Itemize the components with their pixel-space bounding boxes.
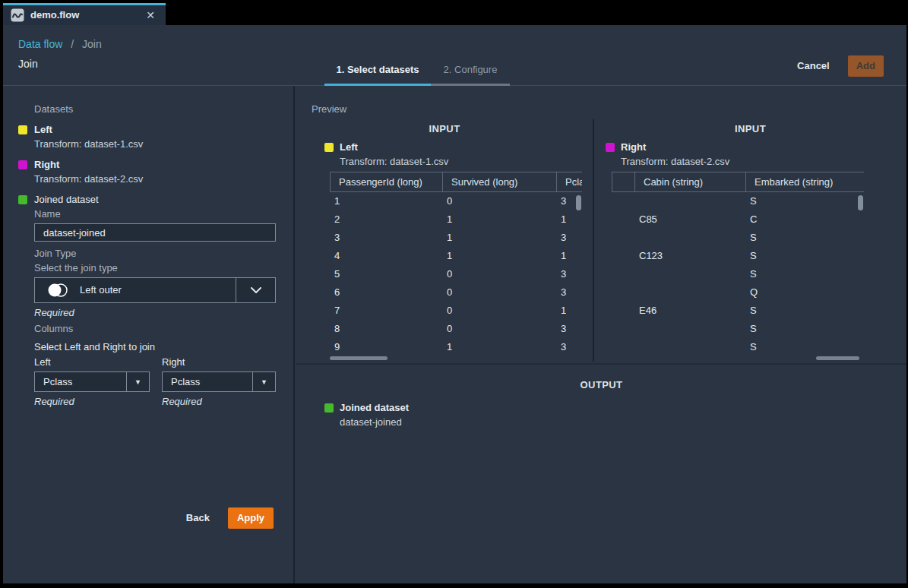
table-cell: 9	[330, 340, 442, 354]
table-cell: 3	[556, 322, 582, 336]
table-row: 211	[330, 210, 582, 229]
joined-dataset-name-input[interactable]	[34, 223, 276, 242]
dataset-joined-name: Joined dataset	[34, 193, 99, 207]
table-cell: S	[745, 231, 864, 245]
input-header-left: INPUT	[296, 122, 593, 136]
breadcrumb: Data flow / Join	[18, 37, 102, 51]
dataset-joined: Joined dataset	[34, 193, 278, 207]
tab-demo-flow[interactable]: demo.flow ✕	[3, 3, 166, 25]
table-row: 313	[330, 229, 582, 247]
cancel-button[interactable]: Cancel	[797, 59, 830, 73]
input-section-right: INPUT Right Transform: dataset-2.csv Cab…	[593, 119, 906, 362]
preview-panel: Preview INPUT Left Transform: dataset-1.…	[296, 86, 906, 583]
table-cell: 6	[330, 286, 442, 299]
joined-color-swatch-icon	[18, 195, 27, 204]
add-button[interactable]: Add	[848, 55, 884, 77]
header-actions: Cancel Add	[797, 55, 884, 77]
table-row: C123S	[612, 247, 864, 265]
step-configure[interactable]: 2. Configure	[431, 63, 510, 86]
table-cell: 1	[442, 213, 556, 226]
datasets-heading: Datasets	[34, 103, 278, 116]
right-join-column-select[interactable]: Pclass ▼	[162, 371, 276, 392]
vertical-scrollbar-thumb[interactable]	[576, 195, 581, 210]
left-outer-join-venn-icon	[46, 282, 70, 299]
chevron-down-icon[interactable]	[236, 278, 275, 302]
join-type-required-label: Required	[34, 306, 278, 320]
table-cell: 0	[442, 267, 556, 281]
table-cell: 1	[556, 249, 582, 263]
table-cell: S	[745, 194, 864, 208]
step-select-datasets[interactable]: 1. Select datasets	[324, 63, 431, 86]
left-join-column-value: Pclass	[35, 375, 126, 389]
panel-header: Data flow / Join Join 1. Select datasets…	[3, 25, 906, 86]
preview-table-right: Cabin (string) Embarked (string) S C85C …	[612, 172, 864, 362]
table-cell: S	[745, 304, 864, 318]
join-columns-row: Left Pclass ▼ Required Right Pclass ▼ Re…	[34, 356, 278, 409]
table-cell: C	[745, 213, 864, 226]
flow-file-icon	[11, 8, 24, 22]
dataset-right: Right	[34, 158, 278, 172]
table-row: 503	[330, 265, 582, 283]
vertical-scrollbar-thumb[interactable]	[858, 195, 863, 210]
left-join-column-select[interactable]: Pclass ▼	[34, 371, 150, 392]
table-cell: C123	[634, 249, 745, 263]
join-type-section-label: Join Type	[34, 247, 278, 261]
table-cell: Q	[745, 286, 864, 299]
left-column-required-label: Required	[34, 395, 150, 409]
right-column-required-label: Required	[162, 395, 276, 409]
right-input-detail: Transform: dataset-2.csv	[621, 155, 906, 169]
table-row: S	[612, 265, 864, 283]
horizontal-scrollbar-thumb[interactable]	[816, 356, 859, 360]
close-icon[interactable]: ✕	[146, 10, 155, 21]
left-color-swatch-icon	[18, 125, 27, 134]
table-cell: 1	[330, 194, 442, 208]
input-header-right: INPUT	[594, 122, 906, 136]
dataset-right-detail: Transform: dataset-2.csv	[34, 172, 278, 186]
dataset-left: Left	[34, 123, 278, 137]
table-row: 803	[330, 320, 582, 338]
table-cell: S	[745, 322, 864, 336]
right-input-name: Right	[621, 141, 646, 154]
table-row: C85C	[612, 210, 864, 229]
table-cell: 7	[330, 304, 442, 318]
dropdown-triangle-icon[interactable]: ▼	[252, 372, 275, 391]
table-cell: 8	[330, 322, 442, 336]
table-row: 603	[330, 283, 582, 302]
table-cell: 1	[442, 231, 556, 245]
table-cell: S	[745, 267, 864, 281]
dropdown-triangle-icon[interactable]: ▼	[126, 372, 149, 391]
right-column-group: Right Pclass ▼ Required	[162, 356, 276, 409]
select-columns-label: Select Left and Right to join	[34, 340, 278, 354]
join-type-select-label: Select the join type	[34, 261, 278, 275]
join-type-select[interactable]: Left outer	[34, 277, 276, 303]
left-input-detail: Transform: dataset-1.csv	[340, 155, 593, 169]
horizontal-scrollbar-thumb[interactable]	[330, 356, 388, 360]
table-cell: 4	[330, 249, 442, 263]
table-cell: 3	[556, 340, 582, 354]
table-cell: 0	[442, 194, 556, 208]
table-cell: 0	[442, 286, 556, 299]
breadcrumb-current: Join	[82, 38, 102, 50]
table-cell: 0	[442, 322, 556, 336]
table-row: 411	[330, 247, 582, 265]
breadcrumb-link-data-flow[interactable]: Data flow	[18, 38, 62, 50]
output-block: Joined dataset dataset-joined	[324, 401, 906, 429]
wizard-steps: 1. Select datasets 2. Configure	[324, 63, 510, 86]
table-cell: 1	[556, 304, 582, 318]
left-column-label: Left	[34, 356, 150, 369]
dataset-left-name: Left	[34, 123, 52, 137]
apply-button[interactable]: Apply	[228, 507, 274, 529]
table-cell: 3	[556, 267, 582, 281]
table-header-row: Cabin (string) Embarked (string)	[612, 172, 864, 192]
right-column-label: Right	[162, 356, 276, 369]
preview-table-left: PassengerId (long) Survived (long) Pclas…	[330, 172, 582, 362]
preview-heading: Preview	[312, 103, 906, 116]
join-type-value: Left outer	[80, 283, 236, 297]
table-row: 913	[330, 338, 582, 356]
table-header-cell: Embarked (string)	[745, 172, 864, 191]
table-row: S	[612, 320, 864, 338]
table-header-cell: Survived (long)	[442, 172, 556, 191]
table-cell: E46	[634, 304, 745, 318]
left-input-name: Left	[340, 141, 358, 154]
back-button[interactable]: Back	[186, 511, 210, 525]
